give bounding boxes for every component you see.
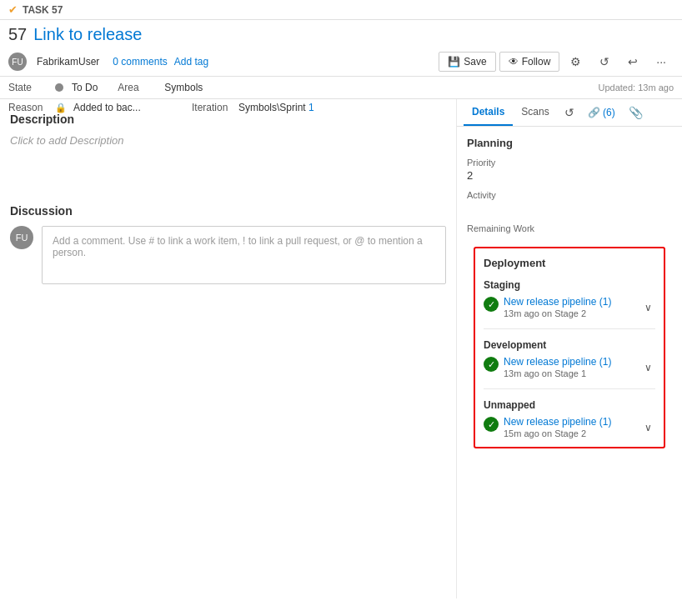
left-panel: Description Click to add Description Dis… [0,99,457,598]
staging-pipeline-link[interactable]: New release pipeline (1) [504,296,611,308]
planning-section: Planning Priority 2 Activity Remaining W… [467,137,672,233]
unmapped-check-icon: ✓ [484,417,499,432]
page-title: Link to release [33,25,142,44]
save-icon: 💾 [448,56,460,68]
reason-field: Reason 🔒 Added to bac... [8,102,141,113]
right-panel: Details Scans ↺ 🔗 (6) 📎 Planning Priorit… [457,99,682,598]
state-value: To Do [72,82,98,93]
description-title: Description [10,113,446,126]
tab-links[interactable]: 🔗 (6) [581,102,622,123]
deploy-development-item: ✓ New release pipeline (1) 13m ago on St… [484,356,655,378]
toolbar: FU FabrikamUser 0 comments Add tag 💾 Sav… [0,48,682,77]
tab-history-icon[interactable]: ↺ [558,101,581,124]
development-check-icon: ✓ [484,357,499,372]
updated-text: Updated: 13m ago [598,83,674,93]
settings-button[interactable]: ⚙ [563,51,589,73]
priority-label: Priority [467,158,672,168]
lock-icon: 🔒 [55,103,67,113]
iteration-field: Iteration Symbols\Sprint 1 [192,102,314,113]
comments-link[interactable]: 0 comments [113,56,167,68]
meta-row: State To Do Area Symbols Reason 🔒 Added … [0,77,682,99]
staging-chevron[interactable]: ∨ [641,300,655,315]
deployment-section: Deployment Staging ✓ New release pipelin… [474,247,665,448]
deploy-env-staging: Staging ✓ New release pipeline (1) 13m a… [484,279,655,329]
save-button[interactable]: 💾 Save [439,52,495,72]
iteration-value: Symbols\Sprint 1 [238,102,314,113]
remaining-work-label: Remaining Work [467,223,672,233]
deploy-staging-label: Staging [484,279,655,291]
unmapped-pipeline-link[interactable]: New release pipeline (1) [504,416,611,428]
tabs-bar: Details Scans ↺ 🔗 (6) 📎 [457,99,682,127]
username-label: FabrikamUser [37,56,99,68]
deploy-staging-item: ✓ New release pipeline (1) 13m ago on St… [484,296,655,318]
development-time: 13m ago on Stage 1 [504,368,611,378]
tab-scans[interactable]: Scans [513,99,557,126]
more-button[interactable]: ··· [649,51,674,73]
eye-icon: 👁 [509,56,519,68]
planning-title: Planning [467,137,672,149]
development-chevron[interactable]: ∨ [641,360,655,375]
state-field: State To Do [8,82,98,93]
unmapped-chevron[interactable]: ∨ [641,420,655,435]
state-dot [55,83,63,92]
iteration-label: Iteration [192,102,233,113]
deploy-unmapped-label: Unmapped [484,399,655,411]
area-value: Symbols [164,82,203,93]
deploy-env-development: Development ✓ New release pipeline (1) 1… [484,339,655,389]
refresh-button[interactable]: ↺ [592,51,617,73]
discussion-section: Discussion FU Add a comment. Use # to li… [10,204,446,284]
priority-value: 2 [467,169,672,182]
title-row: 57 Link to release [0,20,682,48]
right-content: Planning Priority 2 Activity Remaining W… [457,127,682,468]
area-label: Area [118,82,159,93]
add-tag-link[interactable]: Add tag [174,56,208,68]
breadcrumb-label: TASK 57 [23,4,63,16]
description-area[interactable]: Click to add Description [10,134,446,184]
reason-label: Reason [8,102,50,113]
staging-check-icon: ✓ [484,297,499,312]
undo-button[interactable]: ↩ [620,51,645,73]
state-label: State [8,82,50,93]
task-icon: ✔ [8,3,18,16]
breadcrumb: ✔ TASK 57 [0,0,682,20]
activity-label: Activity [467,190,672,200]
deploy-development-label: Development [484,339,655,351]
comment-box[interactable]: Add a comment. Use # to link a work item… [42,226,446,284]
deploy-unmapped-item: ✓ New release pipeline (1) 15m ago on St… [484,416,655,438]
unmapped-time: 15m ago on Stage 2 [504,428,611,438]
staging-time: 13m ago on Stage 2 [504,308,611,318]
comment-avatar: FU [10,226,33,249]
development-pipeline-link[interactable]: New release pipeline (1) [504,356,611,368]
reason-value: Added to bac... [73,102,141,113]
avatar: FU [8,53,27,71]
comment-row: FU Add a comment. Use # to link a work i… [10,226,446,284]
follow-button[interactable]: 👁 Follow [499,52,560,72]
tab-attachment-icon[interactable]: 📎 [622,101,649,124]
main-content: Description Click to add Description Dis… [0,99,682,598]
tab-details[interactable]: Details [464,99,513,126]
area-field: Area Symbols [118,82,203,93]
activity-value [467,202,672,215]
deploy-env-unmapped: Unmapped ✓ New release pipeline (1) 15m … [484,399,655,438]
discussion-title: Discussion [10,204,446,218]
title-number: 57 [8,25,27,44]
deployment-title: Deployment [484,257,655,269]
